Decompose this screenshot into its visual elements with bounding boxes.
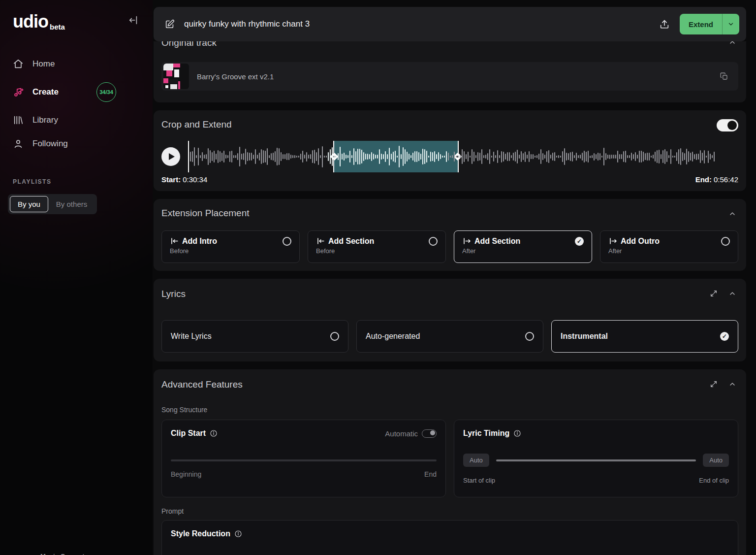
radio-unchecked-icon	[429, 237, 438, 246]
lyric-timing-left-label: Start of clip	[463, 477, 495, 484]
playhead-cursor[interactable]	[188, 141, 189, 172]
lyric-timing-title: Lyric Timing	[463, 429, 509, 438]
playlists-filter: By you By others	[8, 194, 97, 214]
lyrics-option-auto-generated[interactable]: Auto-generated	[356, 320, 543, 353]
crop-extend-title: Crop and Extend	[161, 119, 738, 130]
info-icon[interactable]	[513, 429, 521, 437]
library-icon	[13, 115, 24, 126]
extend-options-button[interactable]	[723, 14, 739, 34]
arrow-to-line-right-icon	[608, 236, 618, 246]
clip-start-left-label: Beginning	[171, 470, 201, 478]
clip-start-right-label: End	[424, 470, 437, 478]
play-icon	[169, 153, 175, 160]
radio-unchecked-icon	[721, 237, 730, 246]
playlists-tab-by-you[interactable]: By you	[10, 196, 48, 212]
lyric-timing-card: Lyric Timing Auto Auto Start of clip End…	[454, 420, 738, 497]
clip-start-card: Clip Start Automatic Beginning End	[161, 420, 446, 497]
lyric-timing-end-auto-button[interactable]: Auto	[703, 454, 729, 467]
sidebar-item-label: Following	[32, 139, 68, 149]
home-icon	[13, 59, 24, 69]
sidebar-item-label: Create	[32, 87, 59, 97]
info-icon[interactable]	[234, 530, 242, 538]
sidebar-item-label: Library	[32, 115, 58, 125]
track-row[interactable]: Barry's Groove ext v2.1	[161, 62, 738, 91]
arrow-to-line-left-icon	[316, 236, 325, 246]
collapse-section-button[interactable]	[726, 208, 738, 220]
collapse-section-button[interactable]	[726, 288, 738, 299]
edit-prompt-icon[interactable]	[162, 17, 177, 32]
copy-button[interactable]	[718, 70, 730, 83]
play-button[interactable]	[161, 147, 180, 166]
lyric-timing-right-label: End of clip	[699, 477, 729, 484]
prompt-input[interactable]: quirky funky with rhythmic chant 3	[184, 19, 657, 29]
chevron-up-icon	[728, 210, 736, 218]
extend-split-button: Extend	[680, 14, 739, 34]
clip-start-slider[interactable]	[171, 459, 437, 461]
sidebar-item-home[interactable]: Home	[0, 52, 153, 76]
lyrics-title: Lyrics	[161, 289, 738, 299]
automatic-label: Automatic	[385, 429, 418, 438]
udio-logo: udiobeta	[13, 13, 65, 31]
sidebar-item-following[interactable]: Following	[0, 132, 153, 156]
collapse-section-button[interactable]	[726, 378, 738, 390]
radio-unchecked-icon	[330, 332, 339, 341]
copy-icon	[720, 72, 728, 81]
extend-button[interactable]: Extend	[680, 14, 722, 34]
placement-option-add-outro[interactable]: Add Outro After	[600, 230, 738, 263]
music-note-plus-icon	[13, 87, 24, 98]
playlists-tab-by-others[interactable]: By others	[48, 196, 95, 212]
main-area: quirky funky with rhythmic chant 3 Exten…	[153, 0, 756, 555]
arrow-to-line-right-icon	[462, 236, 472, 246]
extension-placement-title: Extension Placement	[161, 208, 738, 219]
lyrics-section: Lyrics Write Lyrics Auto-generated Instr…	[154, 279, 746, 361]
style-reduction-card: Style Reduction	[161, 520, 738, 555]
radio-unchecked-icon	[525, 332, 534, 341]
info-icon[interactable]	[210, 429, 218, 437]
lyric-timing-slider[interactable]	[496, 459, 696, 461]
expand-icon	[710, 380, 718, 388]
style-reduction-title: Style Reduction	[171, 529, 230, 538]
placement-option-add-section-before[interactable]: Add Section Before	[308, 230, 446, 263]
chevron-up-icon	[728, 290, 736, 297]
automatic-toggle[interactable]	[422, 429, 437, 438]
placement-option-add-intro[interactable]: Add Intro Before	[161, 230, 300, 263]
share-button[interactable]	[657, 17, 672, 32]
album-art	[163, 64, 189, 89]
sidebar-item-library[interactable]: Library	[0, 108, 153, 132]
lyrics-option-instrumental[interactable]: Instrumental ✓	[551, 320, 738, 353]
advanced-features-section: Advanced Features Song Structure Clip St…	[154, 369, 746, 555]
expand-section-button[interactable]	[708, 378, 720, 390]
clip-start-title: Clip Start	[171, 429, 206, 438]
playlists-heading: PLAYLISTS	[0, 178, 153, 185]
waveform-bars	[188, 142, 738, 171]
radio-unchecked-icon	[283, 237, 291, 246]
chevron-down-icon	[727, 21, 734, 28]
credits-badge: 34/34	[96, 82, 116, 102]
prompt-label: Prompt	[161, 507, 738, 515]
collapse-sidebar-icon	[128, 15, 139, 26]
header-bar: quirky funky with rhythmic chant 3 Exten…	[153, 0, 756, 41]
upload-icon	[659, 19, 670, 30]
waveform[interactable]	[188, 142, 738, 171]
radio-checked-icon: ✓	[575, 237, 584, 246]
sidebar-item-label: Home	[32, 59, 55, 69]
person-icon	[13, 138, 24, 149]
arrow-to-line-left-icon	[170, 236, 179, 246]
song-structure-label: Song Structure	[161, 406, 738, 414]
lyrics-option-write[interactable]: Write Lyrics	[161, 320, 348, 353]
toggle-knob	[430, 430, 435, 435]
expand-section-button[interactable]	[708, 288, 720, 299]
crop-extend-toggle[interactable]	[717, 119, 738, 131]
beta-tag: beta	[50, 23, 65, 31]
sidebar: udiobeta Home Create 34/34 Library Follo…	[0, 0, 153, 555]
sidebar-nav: Home Create 34/34 Library Following	[0, 52, 153, 156]
radio-checked-icon: ✓	[720, 332, 729, 341]
placement-option-add-section-after[interactable]: Add Section ✓ After	[454, 230, 592, 263]
track-name: Barry's Groove ext v2.1	[197, 72, 274, 81]
collapse-sidebar-button[interactable]	[126, 13, 141, 28]
crop-extend-section: Crop and Extend Start:0:30:34 End:0:56:4…	[154, 110, 746, 191]
sidebar-footer-text: Music Generat	[40, 553, 85, 555]
sidebar-item-create[interactable]: Create 34/34	[0, 76, 153, 108]
lyric-timing-start-auto-button[interactable]: Auto	[463, 454, 489, 467]
extension-placement-section: Extension Placement Add Intro Before Add…	[154, 199, 746, 271]
